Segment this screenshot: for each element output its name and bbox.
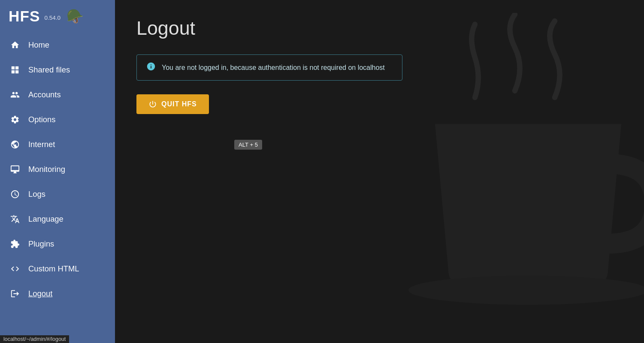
sidebar-item-custom-html[interactable]: Custom HTML <box>0 256 115 281</box>
svg-point-0 <box>408 276 644 305</box>
alt-tooltip: ALT + 5 <box>234 140 262 150</box>
monitoring-icon <box>9 164 21 175</box>
sidebar: HFS 0.54.0 🪖 Home Shared files Accounts … <box>0 0 115 343</box>
sidebar-item-custom-html-label: Custom HTML <box>28 264 79 274</box>
shared-files-icon <box>9 64 21 75</box>
sidebar-item-accounts-label: Accounts <box>28 90 61 99</box>
sidebar-item-logs[interactable]: Logs <box>0 182 115 207</box>
sidebar-item-monitoring-label: Monitoring <box>28 165 65 174</box>
sidebar-item-home-label: Home <box>28 40 49 50</box>
sidebar-item-plugins-label: Plugins <box>28 239 54 249</box>
sidebar-item-accounts[interactable]: Accounts <box>0 82 115 107</box>
power-icon <box>148 100 157 108</box>
accounts-icon <box>9 89 21 100</box>
sidebar-item-home[interactable]: Home <box>0 33 115 57</box>
statusbar-text: localhost/~/admin/#/logout <box>3 336 66 342</box>
sidebar-logo: HFS <box>9 8 40 25</box>
language-icon <box>9 214 21 225</box>
sidebar-item-logout[interactable]: Logout <box>0 281 115 306</box>
options-icon <box>9 114 21 125</box>
coffee-bg-icon <box>395 13 644 322</box>
quit-btn-label: QUIT HFS <box>161 100 197 108</box>
home-icon <box>9 39 21 51</box>
main-content: Logout You are not logged in, because au… <box>115 0 644 343</box>
internet-icon <box>9 139 21 150</box>
sidebar-item-internet[interactable]: Internet <box>0 132 115 157</box>
custom-html-icon <box>9 263 21 274</box>
info-icon <box>146 62 156 73</box>
sidebar-header: HFS 0.54.0 🪖 <box>0 0 115 33</box>
sidebar-item-shared-files-label: Shared files <box>28 65 70 75</box>
sidebar-item-shared-files[interactable]: Shared files <box>0 57 115 82</box>
info-message: You are not logged in, because authentic… <box>162 64 385 72</box>
logs-icon <box>9 189 21 200</box>
sidebar-item-options[interactable]: Options <box>0 107 115 132</box>
statusbar: localhost/~/admin/#/logout <box>0 335 69 343</box>
sidebar-item-plugins[interactable]: Plugins <box>0 232 115 256</box>
plugins-icon <box>9 238 21 250</box>
hfs-icon: 🪖 <box>67 8 84 24</box>
sidebar-item-options-label: Options <box>28 115 55 124</box>
logout-icon <box>9 288 21 299</box>
page-title: Logout <box>136 17 623 39</box>
sidebar-item-logs-label: Logs <box>28 190 45 199</box>
info-box: You are not logged in, because authentic… <box>136 54 402 81</box>
sidebar-item-internet-label: Internet <box>28 140 55 149</box>
quit-hfs-button[interactable]: QUIT HFS <box>136 94 209 114</box>
sidebar-item-language-label: Language <box>28 214 63 224</box>
sidebar-item-monitoring[interactable]: Monitoring <box>0 157 115 182</box>
sidebar-item-logout-label: Logout <box>28 289 52 298</box>
sidebar-version: 0.54.0 <box>44 15 60 21</box>
sidebar-item-language[interactable]: Language <box>0 207 115 232</box>
